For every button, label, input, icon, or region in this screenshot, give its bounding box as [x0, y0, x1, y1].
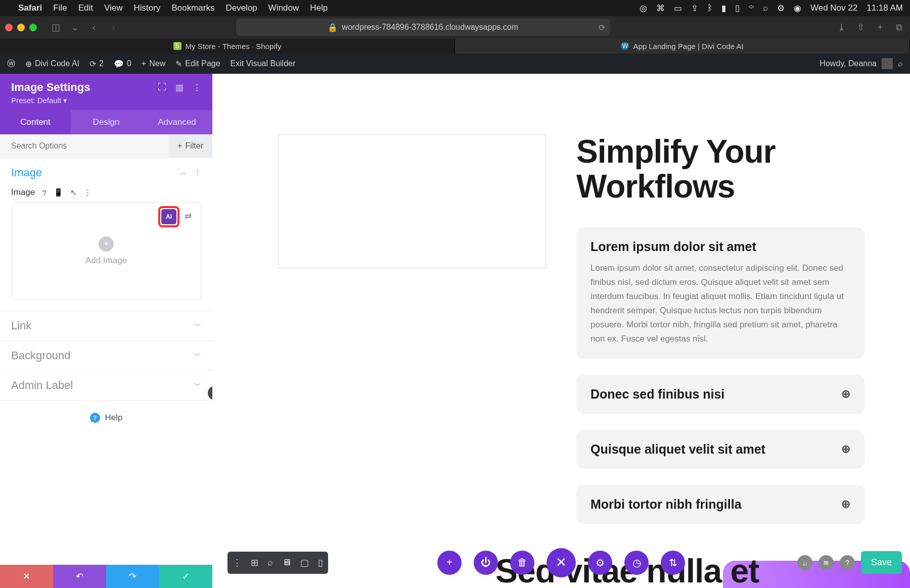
desktop-icon[interactable]: 🖥	[282, 557, 291, 568]
sidebar-icon[interactable]: ◫	[50, 22, 61, 33]
menu-help[interactable]: Help	[310, 3, 328, 13]
battery-icon[interactable]: ▮	[721, 3, 726, 14]
settings-button[interactable]: ⚙	[588, 551, 612, 575]
close-builder-button[interactable]: ✕	[547, 548, 576, 577]
help-icon[interactable]: ?	[42, 188, 46, 197]
section-heading[interactable]: Simplify Your Workflows	[576, 134, 864, 204]
more-icon[interactable]: ⋮	[233, 557, 242, 568]
folder-icon[interactable]: ▭	[674, 3, 682, 14]
menu-edit[interactable]: Edit	[78, 3, 93, 13]
cursor-icon[interactable]: ↖	[70, 188, 77, 197]
power-button[interactable]: ⏻	[474, 551, 498, 575]
avatar[interactable]	[882, 58, 893, 69]
expand-icon[interactable]: ⊕	[841, 498, 850, 511]
new-link[interactable]: + New	[142, 59, 165, 68]
accept-button[interactable]: ✓	[159, 565, 212, 588]
comments-link[interactable]: 💬 0	[114, 59, 131, 69]
minimize-window[interactable]	[17, 24, 25, 31]
help-link[interactable]: ? Help	[0, 401, 212, 435]
preset-selector[interactable]: Preset: Default ▾	[11, 96, 201, 105]
zoom-icon[interactable]: ⌕	[267, 557, 273, 568]
accordion-item[interactable]: Morbi tortor nibh fringilla⊕	[576, 485, 864, 524]
layers-icon[interactable]: ≋	[818, 555, 834, 570]
help-icon[interactable]: ?	[840, 555, 855, 570]
delete-button[interactable]: 🗑	[510, 551, 534, 575]
close-window[interactable]	[5, 24, 13, 31]
browser-tab[interactable]: S My Store - Themes · Shopify	[0, 38, 455, 54]
image-placeholder[interactable]	[278, 134, 546, 268]
updates-link[interactable]: ⟳ 2	[89, 59, 104, 69]
share-icon[interactable]: ⇧	[855, 22, 867, 33]
expand-icon[interactable]: ⊕	[841, 443, 850, 456]
accordion-item[interactable]: Donec sed finibus nisi⊕	[576, 375, 864, 414]
zoom-window[interactable]	[29, 24, 37, 31]
redo-button[interactable]: ↷	[106, 565, 159, 588]
menubar-time[interactable]: 11:18 AM	[867, 3, 903, 13]
wireframe-icon[interactable]: ⊞	[251, 557, 258, 568]
share-icon[interactable]: ⇪	[691, 3, 698, 14]
more-icon[interactable]: ⋮	[194, 168, 201, 177]
accordion-item[interactable]: Lorem ipsum dolor sit amet Lorem ipsum d…	[576, 227, 864, 358]
add-image-plus[interactable]: +	[99, 236, 114, 252]
columns-icon[interactable]: ▥	[175, 82, 184, 93]
tab-advanced[interactable]: Advanced	[142, 110, 212, 134]
image-dropzone[interactable]: AI ⇄ + Add Image	[11, 203, 201, 300]
chevron-down-icon[interactable]: ⌄	[69, 22, 80, 33]
settings-icon[interactable]: ⇄	[185, 211, 192, 222]
menu-bookmarks[interactable]: Bookmarks	[171, 3, 214, 13]
download-icon[interactable]: ⤓	[836, 22, 847, 33]
section-link-toggle[interactable]: Link ﹀	[0, 311, 212, 340]
history-button[interactable]: ◷	[624, 551, 649, 575]
bluetooth-icon[interactable]: ᛒ	[707, 3, 712, 13]
save-button[interactable]: Save	[861, 551, 902, 574]
tabs-icon[interactable]: ⧉	[894, 22, 905, 33]
browser-tab[interactable]: W App Landing Page | Divi Code AI	[455, 38, 910, 54]
edit-page-link[interactable]: ✎ Edit Page	[175, 59, 220, 69]
tab-content[interactable]: Content	[0, 110, 71, 134]
phone-icon[interactable]: ▯	[318, 557, 323, 568]
search-icon[interactable]: ⌕	[763, 3, 768, 13]
more-icon[interactable]: ⋮	[84, 188, 92, 197]
control-center-icon[interactable]: ⚙	[777, 3, 785, 14]
search-icon[interactable]: ⌕	[898, 59, 903, 68]
siri-icon[interactable]: ◉	[794, 3, 801, 14]
app-name[interactable]: Safari	[18, 3, 42, 13]
filter-button[interactable]: + Filter	[168, 134, 212, 158]
site-name[interactable]: ⊕Divi Code AI	[25, 59, 79, 69]
battery-icon[interactable]: ▯	[735, 3, 740, 14]
forward-icon[interactable]: ›	[108, 22, 119, 33]
howdy-text[interactable]: Howdy, Deanna	[820, 59, 877, 68]
tab-design[interactable]: Design	[71, 110, 142, 134]
more-icon[interactable]: ⋮	[193, 82, 201, 93]
status-icon[interactable]: ◎	[640, 3, 647, 14]
scan-icon[interactable]: ⛶	[158, 82, 166, 93]
reload-icon[interactable]: ⟳	[599, 23, 605, 32]
back-icon[interactable]: ‹	[88, 22, 100, 33]
zoom-out-icon[interactable]: ⌕	[797, 555, 812, 570]
undo-button[interactable]: ↶	[53, 565, 106, 588]
tablet-icon[interactable]: ▢	[300, 557, 309, 568]
menubar-date[interactable]: Wed Nov 22	[810, 3, 857, 13]
menu-view[interactable]: View	[104, 3, 123, 13]
menu-file[interactable]: File	[53, 3, 67, 13]
add-button[interactable]: +	[437, 551, 462, 575]
wp-logo-icon[interactable]: ⓦ	[7, 59, 15, 69]
search-options-input[interactable]	[0, 134, 168, 158]
wifi-icon[interactable]: ⌔	[749, 3, 754, 13]
status-icon[interactable]: ⌘	[656, 3, 665, 14]
new-tab-icon[interactable]: +	[875, 22, 886, 33]
discard-button[interactable]: ✕	[0, 565, 53, 588]
accordion-item[interactable]: Quisque aliquet velit sit amet⊕	[576, 430, 864, 469]
expand-icon[interactable]: ⊕	[841, 387, 850, 401]
phone-icon[interactable]: 📱	[54, 188, 63, 197]
section-background-toggle[interactable]: Background ﹀	[0, 341, 212, 370]
exit-visual-builder[interactable]: Exit Visual Builder	[231, 59, 296, 68]
section-image-toggle[interactable]: Image ︿⋮	[0, 158, 212, 187]
menu-history[interactable]: History	[134, 3, 161, 13]
address-bar[interactable]: 🔒 wordpress-784896-3788616.cloudwaysapps…	[236, 19, 610, 36]
menu-window[interactable]: Window	[268, 3, 299, 13]
ai-generate-button[interactable]: AI	[161, 209, 176, 224]
menu-develop[interactable]: Develop	[225, 3, 257, 13]
section-admin-label-toggle[interactable]: Admin Label ﹀	[0, 371, 212, 400]
page-canvas[interactable]: Simplify Your Workflows Lorem ipsum dolo…	[212, 74, 910, 588]
